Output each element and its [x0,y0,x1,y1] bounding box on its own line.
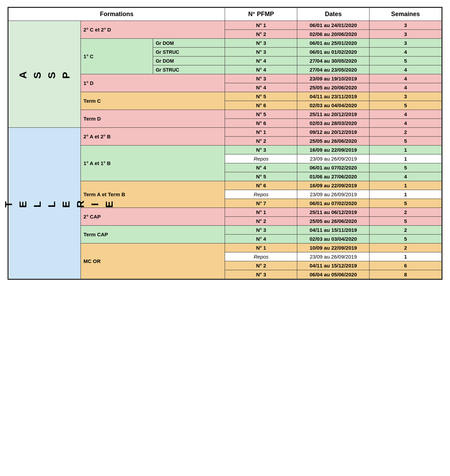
semaines-cell: 2 [370,128,442,137]
pfmp-cell: N° 4 [225,65,297,74]
pfmp-cell: N° 6 [225,101,297,110]
pfmp-cell: N° 1 [225,243,297,252]
pfmp-cell: N° 7 [225,199,297,208]
pfmp-cell: N° 4 [225,235,297,243]
pfmp-cell: N° 2 [225,30,297,39]
dates-cell: 06/01 au 07/02/2020 [297,199,370,208]
pfmp-cell: N° 3 [225,74,297,83]
semaines-cell: 3 [370,92,442,101]
dates-cell: 06/01 au 01/02/2020 [297,48,370,57]
semaines-cell: 4 [370,65,442,74]
semaines-cell: 5 [370,57,442,65]
semaines-cell: 1 [370,252,442,261]
dates-cell: 06/04 au 05/06/2020 [297,270,370,279]
header-dates: Dates [297,8,370,21]
pfmp-cell: N° 3 [225,226,297,235]
semaines-cell: 4 [370,83,442,92]
semaines-cell: 4 [370,110,442,119]
class-cell: 1° C [80,39,153,74]
pfmp-cell: Repos [225,252,297,261]
subgroup-cell: Gr STRUC [153,48,225,57]
semaines-cell: 8 [370,270,442,279]
pfmp-cell: N° 6 [225,181,297,190]
class-cell: 1° A et 1° B [80,146,225,181]
header-pfmp: N° PFMP [225,8,297,21]
dates-cell: 23/09 au 26/09/2019 [297,190,370,199]
formation-cell-assp: ASSP [9,21,81,128]
subgroup-cell: Gr DOM [153,39,225,48]
class-cell: MC OR [80,243,225,279]
class-cell: Term CAP [80,226,225,243]
semaines-cell: 4 [370,74,442,83]
dates-cell: 06/01 au 07/02/2020 [297,163,370,172]
class-cell: Term D [80,110,225,128]
class-cell: 1° D [80,74,225,92]
dates-cell: 16/09 au 22/09/2019 [297,146,370,154]
semaines-cell: 1 [370,146,442,154]
dates-cell: 27/04 au 30/05/2020 [297,57,370,65]
semaines-cell: 5 [370,137,442,146]
pfmp-cell: N° 4 [225,163,297,172]
pfmp-cell: N° 3 [225,39,297,48]
pfmp-cell: Repos [225,190,297,199]
dates-cell: 10/09 au 22/09/2019 [297,243,370,252]
dates-cell: 06/01 au 24/01/2020 [297,21,370,30]
schedule-table: Formations N° PFMP Dates Semaines ASSP2°… [8,7,442,280]
semaines-cell: 5 [370,235,442,243]
dates-cell: 25/05 au 20/06/2020 [297,83,370,92]
pfmp-cell: N° 2 [225,137,297,146]
semaines-cell: 2 [370,208,442,217]
dates-cell: 16/09 au 22/09/2019 [297,181,370,190]
semaines-cell: 3 [370,30,442,39]
pfmp-cell: N° 2 [225,217,297,226]
pfmp-cell: N° 2 [225,261,297,270]
pfmp-cell: N° 4 [225,57,297,65]
dates-cell: 25/11 au 20/12/2019 [297,110,370,119]
formation-cell-hotel: HOTELLERIE [9,128,81,279]
dates-cell: 25/05 au 26/06/2020 [297,217,370,226]
dates-cell: 04/11 au 15/11/2019 [297,226,370,235]
dates-cell: 27/04 au 23/05/2020 [297,65,370,74]
semaines-cell: 4 [370,48,442,57]
dates-cell: 02/06 au 20/06/2020 [297,30,370,39]
class-cell: 2° A et 2° B [80,128,225,146]
pfmp-cell: Repos [225,154,297,163]
semaines-cell: 5 [370,217,442,226]
dates-cell: 02/03 au 03/04/2020 [297,235,370,243]
pfmp-cell: N° 1 [225,208,297,217]
class-cell: 2° CAP [80,208,225,226]
dates-cell: 09/12 au 20/12/2019 [297,128,370,137]
dates-cell: 25/11 au 06/12/2019 [297,208,370,217]
pfmp-cell: N° 5 [225,92,297,101]
semaines-cell: 4 [370,172,442,181]
class-cell: Term C [80,92,225,110]
semaines-cell: 1 [370,181,442,190]
pfmp-cell: N° 5 [225,110,297,119]
semaines-cell: 5 [370,101,442,110]
dates-cell: 01/06 au 27/06/2020 [297,172,370,181]
semaines-cell: 2 [370,243,442,252]
semaines-cell: 4 [370,119,442,128]
semaines-cell: 5 [370,199,442,208]
dates-cell: 25/05 au 26/06/2020 [297,137,370,146]
semaines-cell: 2 [370,226,442,235]
semaines-cell: 5 [370,163,442,172]
pfmp-cell: N° 1 [225,128,297,137]
pfmp-cell: N° 3 [225,146,297,154]
dates-cell: 06/01 au 25/01/2020 [297,39,370,48]
pfmp-cell: N° 4 [225,83,297,92]
dates-cell: 02/03 au 04/04/2020 [297,101,370,110]
dates-cell: 23/09 au 26/09/2019 [297,252,370,261]
pfmp-cell: N° 3 [225,270,297,279]
semaines-cell: 6 [370,261,442,270]
subgroup-cell: Gr DOM [153,57,225,65]
semaines-cell: 1 [370,154,442,163]
pfmp-cell: N° 3 [225,48,297,57]
pfmp-cell: N° 5 [225,172,297,181]
semaines-cell: 3 [370,21,442,30]
dates-cell: 04/11 au 23/11/2019 [297,92,370,101]
semaines-cell: 3 [370,39,442,48]
dates-cell: 23/09 au 26/09/2019 [297,154,370,163]
subgroup-cell: Gr STRUC [153,65,225,74]
dates-cell: 04/11 au 15/12/2019 [297,261,370,270]
